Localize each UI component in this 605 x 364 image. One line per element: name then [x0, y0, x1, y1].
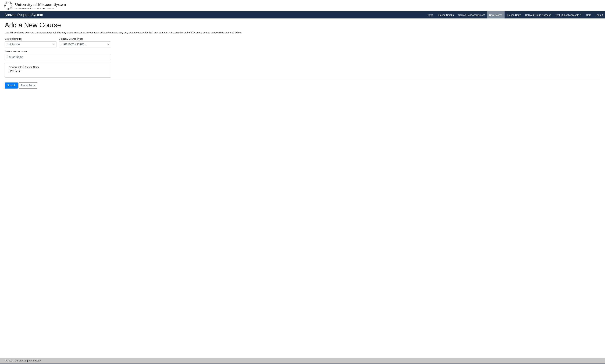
reset-button[interactable]: Reset Form — [18, 82, 37, 89]
campus-label: Select Campus: — [5, 38, 57, 40]
navbar-nav: Home Course Combo Course User Assignment… — [425, 11, 605, 18]
navbar-brand[interactable]: Canvas Request System — [4, 13, 43, 17]
nav-delayed-grade-sections[interactable]: Delayed Grade Sections — [523, 11, 553, 18]
logo-text-block: University of Missouri System COLUMBIA |… — [15, 2, 66, 9]
logo-title: University of Missouri System — [15, 2, 66, 7]
nav-test-student-accounts-label: Test Student Accounts — [555, 13, 579, 16]
type-select[interactable]: -- SELECT A TYPE -- — [59, 41, 111, 47]
nav-help[interactable]: Help — [584, 11, 593, 18]
nav-new-course[interactable]: New Course — [487, 11, 504, 18]
university-seal-icon — [4, 1, 13, 10]
type-group: Set New Course Type: -- SELECT A TYPE -- — [59, 38, 111, 47]
main-navbar: Canvas Request System Home Course Combo … — [0, 11, 605, 18]
nav-course-combo[interactable]: Course Combo — [436, 11, 456, 18]
campus-group: Select Campus: UM System — [5, 38, 57, 47]
page-description: Use this section to add new Canvas cours… — [5, 31, 600, 34]
campus-select[interactable]: UM System — [5, 41, 57, 47]
preview-card: Preview of Full Course Name UMSYS-- — [5, 63, 111, 78]
form-row-selects: Select Campus: UM System Set New Course … — [5, 38, 600, 47]
preview-label: Preview of Full Course Name — [8, 65, 107, 68]
nav-logout[interactable]: Logout — [593, 11, 605, 18]
nav-test-student-accounts[interactable]: Test Student Accounts ▼ — [553, 11, 584, 18]
course-name-label: Enter a course name: — [5, 50, 111, 53]
course-name-input[interactable] — [5, 54, 111, 60]
nav-course-copy[interactable]: Course Copy — [504, 11, 523, 18]
main-content: Add a New Course Use this section to add… — [0, 18, 605, 91]
button-row: Submit Reset Form — [5, 82, 600, 89]
course-name-group: Enter a course name: — [5, 50, 111, 60]
logo-subtitle: COLUMBIA | KANSAS CITY | ROLLA | ST. LOU… — [15, 8, 66, 9]
page-title: Add a New Course — [5, 21, 600, 29]
submit-button[interactable]: Submit — [5, 82, 18, 89]
preview-value: UMSYS-- — [8, 69, 107, 73]
chevron-down-icon: ▼ — [580, 14, 582, 16]
nav-course-user-assignment[interactable]: Course User Assignment — [456, 11, 487, 18]
nav-home[interactable]: Home — [425, 11, 436, 18]
header-logo-area: University of Missouri System COLUMBIA |… — [0, 0, 605, 11]
type-label: Set New Course Type: — [59, 38, 111, 40]
